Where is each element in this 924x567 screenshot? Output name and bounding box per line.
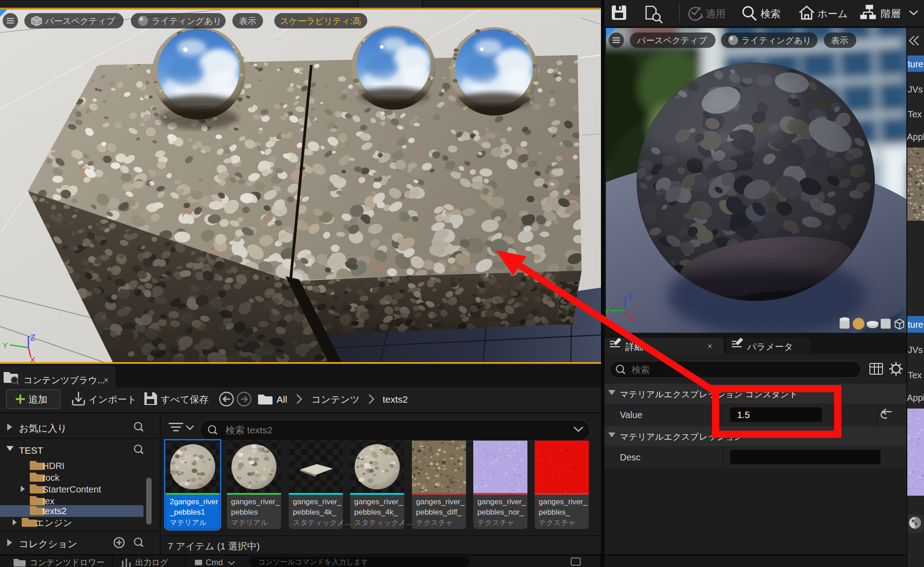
svg-text:コンテンツドロワー: コンテンツドロワー — [30, 558, 104, 567]
svg-text:表示: 表示 — [831, 36, 848, 45]
svg-text:rock: rock — [42, 473, 60, 483]
svg-text:pebbles_diff_: pebbles_diff_ — [416, 508, 462, 516]
svg-text:_pebbles1: _pebbles1 — [169, 508, 205, 516]
svg-text:スタティックメ...: スタティックメ... — [293, 519, 351, 526]
svg-text:ganges_river_: ganges_river_ — [539, 497, 587, 506]
svg-text:pebbles_4k_: pebbles_4k_ — [354, 508, 398, 516]
svg-text:Z: Z — [30, 333, 36, 342]
svg-text:コンソールコマンドを入力します: コンソールコマンドを入力します — [258, 558, 369, 566]
svg-text:Z: Z — [628, 292, 633, 302]
svg-text:スケーラビリティ:高: スケーラビリティ:高 — [280, 16, 361, 26]
svg-text:ganges_river_: ganges_river_ — [231, 497, 280, 506]
svg-text:Value: Value — [620, 410, 642, 420]
svg-text:お気に入り: お気に入り — [19, 423, 67, 433]
svg-text:パースペクティブ: パースペクティブ — [637, 36, 707, 45]
svg-text:pebbles: pebbles — [231, 508, 258, 516]
svg-text:コンテンツ: コンテンツ — [311, 394, 360, 404]
svg-text:マテリアル: マテリアル — [231, 519, 268, 526]
svg-text:Tex: Tex — [908, 109, 922, 119]
svg-text:×: × — [707, 342, 712, 351]
svg-text:テクスチャ: テクスチャ — [539, 519, 576, 526]
svg-text:追加: 追加 — [28, 394, 47, 404]
svg-text:スタティックメ...: スタティックメ... — [354, 519, 412, 526]
svg-text:All: All — [277, 394, 287, 404]
svg-text:コンテンツブラウ...: コンテンツブラウ... — [23, 375, 105, 385]
svg-text:HDRI: HDRI — [42, 461, 65, 471]
svg-text:pebbles_4k_: pebbles_4k_ — [293, 508, 337, 516]
svg-text:出力ログ: 出力ログ — [135, 558, 168, 567]
svg-text:texts2: texts2 — [383, 394, 408, 404]
svg-text:pebbles_: pebbles_ — [539, 508, 570, 516]
svg-text:エンジン: エンジン — [35, 518, 72, 528]
svg-text:pebbles_nor_: pebbles_nor_ — [477, 508, 524, 516]
svg-text:Appl: Appl — [907, 132, 924, 142]
svg-text:検索: 検索 — [632, 365, 650, 375]
svg-text:JVs: JVs — [908, 84, 923, 94]
svg-text:ganges_river_: ganges_river_ — [416, 497, 465, 506]
svg-text:インポート: インポート — [88, 394, 137, 404]
svg-text:検索 texts2: 検索 texts2 — [226, 425, 273, 435]
svg-text:階層: 階層 — [881, 8, 901, 19]
svg-text:texts2: texts2 — [42, 506, 66, 516]
svg-text:Desc: Desc — [620, 452, 641, 462]
svg-text:Tex: Tex — [908, 370, 922, 380]
svg-text:テクスチャ: テクスチャ — [416, 519, 453, 526]
svg-text:ホーム: ホーム — [818, 8, 848, 19]
svg-text:1.5: 1.5 — [737, 410, 750, 420]
svg-text:ture: ture — [908, 59, 923, 69]
svg-text:ganges_river_: ganges_river_ — [477, 497, 526, 506]
svg-text:ライティングあり: ライティングあり — [741, 36, 812, 45]
svg-text:tex: tex — [42, 496, 55, 506]
svg-text:StarterContent: StarterContent — [42, 484, 102, 494]
svg-text:パースペクティブ: パースペクティブ — [45, 16, 116, 26]
svg-text:ライティングあり: ライティングあり — [152, 16, 222, 26]
svg-text:テクスチャ: テクスチャ — [477, 519, 514, 526]
svg-text:パラメータ: パラメータ — [747, 342, 793, 352]
svg-text:検索: 検索 — [761, 8, 781, 19]
svg-text:表示: 表示 — [239, 16, 256, 26]
svg-text:TEST: TEST — [19, 445, 43, 455]
svg-text:コレクション: コレクション — [19, 539, 77, 549]
svg-text:×: × — [104, 376, 109, 385]
svg-text:ganges_river_: ganges_river_ — [354, 497, 403, 506]
svg-text:Appl: Appl — [907, 393, 924, 403]
svg-text:X: X — [629, 313, 635, 323]
svg-text:ture: ture — [908, 320, 923, 330]
svg-text:適用: 適用 — [706, 8, 725, 19]
svg-text:Cmd: Cmd — [206, 558, 223, 567]
svg-text:すべて保存: すべて保存 — [161, 394, 208, 404]
svg-text:JVs: JVs — [908, 345, 923, 355]
svg-text:ganges_river_: ganges_river_ — [293, 497, 342, 506]
svg-text:Y: Y — [2, 341, 8, 350]
svg-text:マテリアル: マテリアル — [170, 519, 207, 526]
svg-text:2ganges_river: 2ganges_river — [170, 497, 218, 506]
svg-text:7 アイテム (1 選択中): 7 アイテム (1 選択中) — [168, 541, 260, 551]
